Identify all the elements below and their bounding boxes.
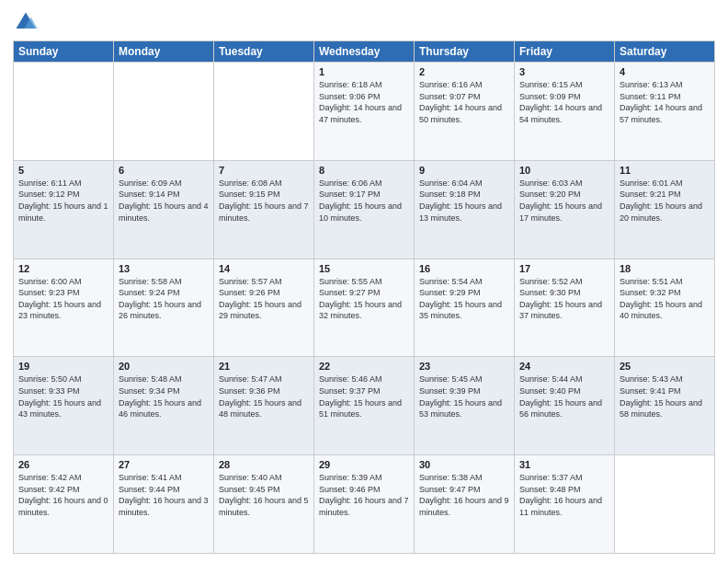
day-info: Sunrise: 5:52 AM Sunset: 9:30 PM Dayligh… — [519, 276, 609, 322]
day-info: Sunrise: 5:57 AM Sunset: 9:26 PM Dayligh… — [219, 276, 309, 322]
day-number: 18 — [620, 263, 710, 274]
day-info: Sunrise: 6:11 AM Sunset: 9:12 PM Dayligh… — [18, 178, 108, 224]
day-number: 27 — [119, 459, 209, 470]
day-cell: 19Sunrise: 5:50 AM Sunset: 9:33 PM Dayli… — [14, 357, 114, 455]
day-number: 11 — [620, 165, 710, 176]
day-cell: 10Sunrise: 6:03 AM Sunset: 9:20 PM Dayli… — [515, 160, 615, 259]
day-number: 6 — [119, 165, 209, 176]
day-number: 29 — [319, 459, 409, 470]
day-number: 26 — [18, 459, 108, 470]
day-cell: 16Sunrise: 5:54 AM Sunset: 9:29 PM Dayli… — [415, 259, 515, 357]
day-number: 21 — [219, 361, 309, 372]
day-number: 4 — [620, 66, 710, 77]
day-cell: 4Sunrise: 6:13 AM Sunset: 9:11 PM Daylig… — [615, 63, 715, 161]
day-info: Sunrise: 5:54 AM Sunset: 9:29 PM Dayligh… — [419, 276, 509, 322]
day-number: 8 — [319, 165, 409, 176]
day-number: 23 — [419, 361, 509, 372]
column-header-saturday: Saturday — [615, 41, 715, 63]
day-cell: 25Sunrise: 5:43 AM Sunset: 9:41 PM Dayli… — [615, 357, 715, 455]
day-number: 24 — [519, 361, 609, 372]
day-cell: 1Sunrise: 6:18 AM Sunset: 9:06 PM Daylig… — [314, 63, 415, 161]
day-info: Sunrise: 6:16 AM Sunset: 9:07 PM Dayligh… — [419, 79, 509, 125]
day-info: Sunrise: 6:04 AM Sunset: 9:18 PM Dayligh… — [419, 178, 509, 224]
day-info: Sunrise: 5:58 AM Sunset: 9:24 PM Dayligh… — [119, 276, 209, 322]
logo-icon — [13, 9, 39, 35]
day-info: Sunrise: 5:42 AM Sunset: 9:42 PM Dayligh… — [18, 472, 108, 518]
day-cell: 17Sunrise: 5:52 AM Sunset: 9:30 PM Dayli… — [515, 259, 615, 357]
day-info: Sunrise: 5:51 AM Sunset: 9:32 PM Dayligh… — [620, 276, 710, 322]
column-header-tuesday: Tuesday — [214, 41, 314, 63]
logo — [13, 9, 42, 35]
week-row-1: 1Sunrise: 6:18 AM Sunset: 9:06 PM Daylig… — [14, 63, 715, 161]
day-info: Sunrise: 6:09 AM Sunset: 9:14 PM Dayligh… — [119, 178, 209, 224]
day-cell: 28Sunrise: 5:40 AM Sunset: 9:45 PM Dayli… — [214, 455, 314, 554]
day-number: 5 — [18, 165, 108, 176]
day-cell: 24Sunrise: 5:44 AM Sunset: 9:40 PM Dayli… — [515, 357, 615, 455]
day-info: Sunrise: 6:06 AM Sunset: 9:17 PM Dayligh… — [319, 178, 409, 224]
day-number: 31 — [519, 459, 609, 470]
day-info: Sunrise: 5:48 AM Sunset: 9:34 PM Dayligh… — [119, 373, 209, 419]
week-row-3: 12Sunrise: 6:00 AM Sunset: 9:23 PM Dayli… — [14, 259, 715, 357]
day-info: Sunrise: 5:40 AM Sunset: 9:45 PM Dayligh… — [219, 472, 309, 518]
week-row-4: 19Sunrise: 5:50 AM Sunset: 9:33 PM Dayli… — [14, 357, 715, 455]
day-number: 22 — [319, 361, 409, 372]
week-row-5: 26Sunrise: 5:42 AM Sunset: 9:42 PM Dayli… — [14, 455, 715, 554]
day-number: 14 — [219, 263, 309, 274]
day-cell: 30Sunrise: 5:38 AM Sunset: 9:47 PM Dayli… — [415, 455, 515, 554]
calendar-header-row: SundayMondayTuesdayWednesdayThursdayFrid… — [14, 41, 715, 63]
day-info: Sunrise: 5:41 AM Sunset: 9:44 PM Dayligh… — [119, 472, 209, 518]
day-number: 7 — [219, 165, 309, 176]
day-cell: 23Sunrise: 5:45 AM Sunset: 9:39 PM Dayli… — [415, 357, 515, 455]
day-number: 3 — [519, 66, 609, 77]
day-info: Sunrise: 5:44 AM Sunset: 9:40 PM Dayligh… — [519, 373, 609, 419]
column-header-friday: Friday — [515, 41, 615, 63]
day-cell: 13Sunrise: 5:58 AM Sunset: 9:24 PM Dayli… — [114, 259, 214, 357]
day-cell: 27Sunrise: 5:41 AM Sunset: 9:44 PM Dayli… — [114, 455, 214, 554]
day-info: Sunrise: 6:03 AM Sunset: 9:20 PM Dayligh… — [519, 178, 609, 224]
day-cell: 5Sunrise: 6:11 AM Sunset: 9:12 PM Daylig… — [14, 160, 114, 259]
day-cell — [615, 455, 715, 554]
day-number: 28 — [219, 459, 309, 470]
day-cell: 11Sunrise: 6:01 AM Sunset: 9:21 PM Dayli… — [615, 160, 715, 259]
day-info: Sunrise: 5:38 AM Sunset: 9:47 PM Dayligh… — [419, 472, 509, 518]
day-info: Sunrise: 6:08 AM Sunset: 9:15 PM Dayligh… — [219, 178, 309, 224]
day-cell: 3Sunrise: 6:15 AM Sunset: 9:09 PM Daylig… — [515, 63, 615, 161]
day-cell: 22Sunrise: 5:46 AM Sunset: 9:37 PM Dayli… — [314, 357, 415, 455]
day-cell: 15Sunrise: 5:55 AM Sunset: 9:27 PM Dayli… — [314, 259, 415, 357]
day-cell: 29Sunrise: 5:39 AM Sunset: 9:46 PM Dayli… — [314, 455, 415, 554]
day-info: Sunrise: 5:50 AM Sunset: 9:33 PM Dayligh… — [18, 373, 108, 419]
day-number: 20 — [119, 361, 209, 372]
day-cell: 31Sunrise: 5:37 AM Sunset: 9:48 PM Dayli… — [515, 455, 615, 554]
week-row-2: 5Sunrise: 6:11 AM Sunset: 9:12 PM Daylig… — [14, 160, 715, 259]
day-cell: 9Sunrise: 6:04 AM Sunset: 9:18 PM Daylig… — [415, 160, 515, 259]
day-number: 25 — [620, 361, 710, 372]
day-cell — [14, 63, 114, 161]
day-info: Sunrise: 6:01 AM Sunset: 9:21 PM Dayligh… — [620, 178, 710, 224]
day-number: 9 — [419, 165, 509, 176]
day-cell: 12Sunrise: 6:00 AM Sunset: 9:23 PM Dayli… — [14, 259, 114, 357]
day-number: 12 — [18, 263, 108, 274]
day-info: Sunrise: 5:46 AM Sunset: 9:37 PM Dayligh… — [319, 373, 409, 419]
column-header-sunday: Sunday — [14, 41, 114, 63]
day-number: 30 — [419, 459, 509, 470]
day-cell: 6Sunrise: 6:09 AM Sunset: 9:14 PM Daylig… — [114, 160, 214, 259]
day-number: 19 — [18, 361, 108, 372]
day-cell: 20Sunrise: 5:48 AM Sunset: 9:34 PM Dayli… — [114, 357, 214, 455]
day-cell: 14Sunrise: 5:57 AM Sunset: 9:26 PM Dayli… — [214, 259, 314, 357]
day-cell — [114, 63, 214, 161]
day-info: Sunrise: 6:13 AM Sunset: 9:11 PM Dayligh… — [620, 79, 710, 125]
column-header-wednesday: Wednesday — [314, 41, 415, 63]
day-info: Sunrise: 6:15 AM Sunset: 9:09 PM Dayligh… — [519, 79, 609, 125]
day-info: Sunrise: 5:47 AM Sunset: 9:36 PM Dayligh… — [219, 373, 309, 419]
column-header-thursday: Thursday — [415, 41, 515, 63]
day-number: 17 — [519, 263, 609, 274]
day-number: 2 — [419, 66, 509, 77]
day-number: 10 — [519, 165, 609, 176]
day-cell: 18Sunrise: 5:51 AM Sunset: 9:32 PM Dayli… — [615, 259, 715, 357]
day-cell: 21Sunrise: 5:47 AM Sunset: 9:36 PM Dayli… — [214, 357, 314, 455]
calendar: SundayMondayTuesdayWednesdayThursdayFrid… — [13, 40, 715, 554]
header — [13, 9, 715, 35]
day-info: Sunrise: 5:43 AM Sunset: 9:41 PM Dayligh… — [620, 373, 710, 419]
day-info: Sunrise: 5:37 AM Sunset: 9:48 PM Dayligh… — [519, 472, 609, 518]
day-number: 13 — [119, 263, 209, 274]
